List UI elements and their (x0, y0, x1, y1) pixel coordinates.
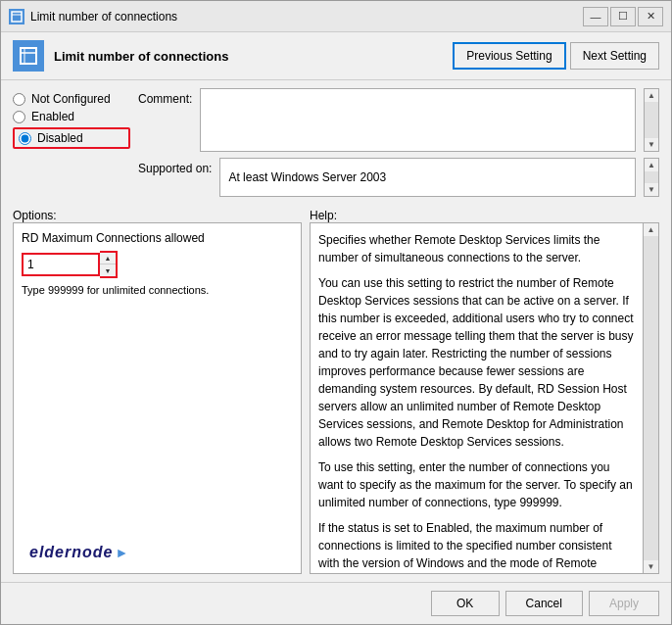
radio-group: Not Configured Enabled Disabled (13, 88, 130, 197)
connections-input[interactable] (22, 253, 100, 276)
supported-value: At least Windows Server 2003 (219, 158, 636, 197)
previous-setting-button[interactable]: Previous Setting (453, 42, 565, 70)
spin-down-button[interactable]: ▼ (100, 264, 116, 276)
help-header: Help: (310, 209, 659, 222)
supported-scroll-up[interactable]: ▲ (646, 159, 657, 171)
options-header: Options: (13, 209, 302, 222)
top-section: Not Configured Enabled Disabled Comment: (13, 88, 659, 197)
not-configured-label: Not Configured (31, 92, 111, 106)
scroll-up-arrow[interactable]: ▲ (646, 89, 657, 102)
options-hint: Type 999999 for unlimited connections. (22, 284, 293, 296)
supported-section: Supported on: At least Windows Server 20… (138, 158, 659, 197)
comment-section: Comment: ▲ ▼ (138, 88, 659, 152)
ok-button[interactable]: OK (431, 591, 500, 616)
title-bar-text: Limit number of connections (30, 10, 583, 24)
options-panel: RD Maximum Connections allowed ▲ ▼ Type … (13, 222, 302, 574)
comment-label: Comment: (138, 88, 192, 106)
comment-scrollbar: ▲ ▼ (644, 88, 659, 152)
spin-up-button[interactable]: ▲ (100, 253, 116, 264)
help-para-1: Specifies whether Remote Desktop Service… (318, 231, 635, 266)
footer: OK Cancel Apply (1, 582, 671, 624)
scroll-track (645, 102, 658, 138)
help-panel: Specifies whether Remote Desktop Service… (310, 222, 644, 574)
logo-area: eldernode ► (22, 540, 136, 565)
apply-button[interactable]: Apply (589, 591, 659, 616)
supported-scroll-track (645, 171, 658, 183)
main-window: Limit number of connections — ☐ ✕ Limit … (0, 0, 672, 625)
section-headers: Options: Help: (13, 209, 659, 222)
logo-text: eldernode (29, 544, 113, 561)
cancel-button[interactable]: Cancel (505, 591, 583, 616)
supported-scroll-down[interactable]: ▼ (646, 183, 657, 196)
title-bar-controls: — ☐ ✕ (583, 7, 663, 26)
minimize-button[interactable]: — (583, 7, 608, 26)
supported-scrollbar: ▲ ▼ (644, 158, 659, 197)
nav-buttons: Previous Setting Next Setting (453, 42, 659, 70)
disabled-radio[interactable]: Disabled (13, 127, 130, 149)
not-configured-input[interactable] (13, 93, 25, 106)
number-input-row: ▲ ▼ (22, 251, 293, 278)
help-para-3: To use this setting, enter the number of… (318, 458, 635, 511)
disabled-input[interactable] (19, 132, 31, 145)
spin-buttons: ▲ ▼ (100, 251, 118, 278)
logo-container: eldernode ► (22, 302, 293, 565)
maximize-button[interactable]: ☐ (610, 7, 636, 26)
header-bar: Limit number of connections Previous Set… (1, 32, 671, 80)
next-setting-button[interactable]: Next Setting (570, 42, 659, 70)
enabled-input[interactable] (13, 111, 25, 123)
not-configured-radio[interactable]: Not Configured (13, 92, 130, 106)
bottom-section: RD Maximum Connections allowed ▲ ▼ Type … (13, 222, 659, 574)
right-panels: Comment: ▲ ▼ Supported on: At least Wind… (138, 88, 659, 197)
supported-label: Supported on: (138, 158, 212, 175)
close-button[interactable]: ✕ (638, 7, 663, 26)
help-scroll-track (644, 236, 658, 560)
help-scrollbar: ▲ ▼ (644, 222, 659, 574)
help-scroll-down[interactable]: ▼ (646, 560, 657, 573)
window-icon (9, 9, 24, 24)
enabled-label: Enabled (31, 110, 74, 123)
header-title: Limit number of connections (54, 49, 453, 64)
help-para-2: You can use this setting to restrict the… (318, 274, 635, 451)
help-scroll-up[interactable]: ▲ (646, 223, 657, 236)
logo-icon: ► (115, 545, 128, 560)
disabled-label: Disabled (37, 131, 83, 145)
help-panel-wrapper: Specifies whether Remote Desktop Service… (310, 222, 659, 574)
comment-textarea[interactable] (200, 88, 636, 152)
help-para-4: If the status is set to Enabled, the max… (318, 519, 635, 574)
options-field-label: RD Maximum Connections allowed (22, 231, 293, 245)
title-bar: Limit number of connections — ☐ ✕ (1, 1, 671, 32)
header-icon (13, 40, 44, 72)
svg-rect-0 (12, 12, 22, 22)
scroll-down-arrow[interactable]: ▼ (646, 138, 657, 151)
content-area: Not Configured Enabled Disabled Comment: (1, 80, 671, 582)
enabled-radio[interactable]: Enabled (13, 110, 130, 123)
svg-rect-2 (21, 48, 36, 64)
